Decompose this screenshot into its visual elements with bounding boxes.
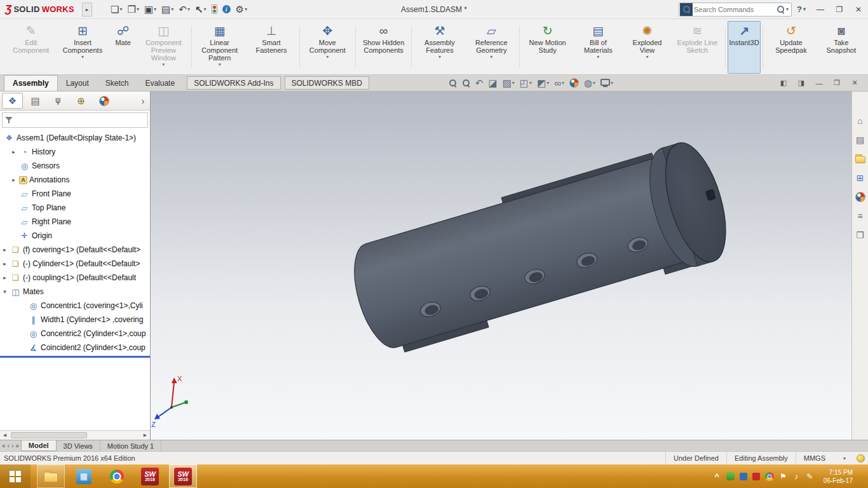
ribbon-button-linear-component-pattern[interactable]: ▦ Linear Component Pattern ▾ [194, 21, 245, 74]
units-selector[interactable]: MMGS▾ [796, 452, 853, 464]
doc-minimize-button[interactable]: — [811, 77, 827, 90]
chevron-down-icon[interactable]: ▾ [597, 55, 599, 60]
pane-left-button[interactable]: ◧ [775, 77, 792, 90]
panel-flyout-button[interactable]: › [138, 96, 148, 106]
doc-close-button[interactable]: ✕ [846, 77, 863, 90]
appearances-scenes-button[interactable] [854, 191, 867, 203]
zoom-to-fit-button[interactable] [449, 79, 457, 87]
first-tab-icon[interactable]: « [2, 442, 6, 449]
tab-solidworks-mbd[interactable]: SOLIDWORKS MBD [285, 76, 369, 90]
display-style-button[interactable]: ◩▾ [537, 78, 549, 89]
menu-expand-button[interactable]: ▸ [82, 3, 92, 17]
tree-item-assem1[interactable]: ❖ Assem1 (Default<Display State-1>) [0, 131, 150, 145]
tab-assembly[interactable]: Assembly [4, 75, 58, 91]
tree-item-history[interactable]: ▸ ◔ History [0, 145, 150, 159]
chevron-down-icon[interactable]: ▾ [219, 62, 221, 67]
chevron-down-icon[interactable]: ▾ [81, 55, 84, 60]
design-library-button[interactable]: ▤ [854, 133, 867, 146]
section-view-button[interactable]: ◪ [488, 78, 497, 89]
assembly-model[interactable] [342, 136, 738, 361]
tab-layout[interactable]: Layout [58, 75, 97, 91]
open-button[interactable]: ❐▾ [125, 3, 140, 17]
help-button[interactable]: ?▾ [797, 4, 806, 14]
chevron-down-icon[interactable]: ▾ [119, 6, 122, 12]
orientation-triad[interactable]: X Z [151, 375, 188, 428]
ribbon-button-smart-fasteners[interactable]: ⊥ Smart Fasteners [245, 21, 297, 74]
tree-item-cylinder[interactable]: ▸ ❑ (-) Cylinder<1> (Default<<Default> [0, 257, 150, 271]
tree-item-top-plane[interactable]: ▱ Top Plane [0, 201, 150, 215]
taskbar-solidworks-2016-active[interactable]: SW2016 [169, 464, 197, 488]
scroll-right-icon[interactable]: ▶ [140, 433, 150, 438]
tree-item-covering[interactable]: ▸ ❑ (f) covering<1> (Default<<Default> [0, 243, 150, 257]
chevron-down-icon[interactable]: ▾ [546, 80, 549, 86]
tree-item-front-plane[interactable]: ▱ Front Plane [0, 187, 150, 201]
action-center-flag-icon[interactable]: ⚑ [779, 472, 787, 481]
maximize-button[interactable]: ❐ [830, 0, 849, 18]
tab-dimxpertmanager[interactable]: ⊕ [71, 93, 92, 109]
search-icon[interactable] [776, 5, 785, 13]
chevron-down-icon[interactable]: ▾ [562, 80, 564, 86]
view-palette-button[interactable]: ⊞ [854, 172, 867, 184]
doc-restore-button[interactable]: ❐ [829, 77, 845, 90]
tab-3d-views[interactable]: 3D Views [57, 440, 100, 451]
chevron-down-icon[interactable]: ▾ [171, 6, 173, 12]
ribbon-button-instant3d[interactable]: ↗ Instant3D [728, 21, 761, 74]
status-orb-icon[interactable] [857, 454, 865, 463]
pen-input-icon[interactable]: ✎ [806, 472, 814, 481]
tray-app-red-icon[interactable] [752, 473, 760, 480]
graphics-viewport[interactable]: X Z [151, 92, 851, 440]
tree-item-sensors[interactable]: ◎ Sensors [0, 159, 150, 173]
ribbon-button-new-motion-study[interactable]: ↻ New Motion Study [522, 21, 573, 74]
ribbon-button-reference-geometry[interactable]: ▱ Reference Geometry ▾ [466, 21, 517, 74]
rebuild-button[interactable] [210, 3, 219, 15]
ribbon-button-insert-components[interactable]: ⊞ Insert Components ▾ [57, 21, 108, 74]
search-input[interactable] [694, 6, 775, 13]
taskbar-solidworks-2016[interactable]: SW2016 [136, 464, 164, 488]
ribbon-button-mate[interactable]: ☍ Mate [109, 21, 138, 74]
ribbon-button-update-speedpak[interactable]: ↺ Update Speedpak [765, 21, 817, 74]
tree-item-mates[interactable]: ▾ ◫ Mates [0, 285, 150, 299]
ribbon-button-take-snapshot[interactable]: ◙ Take Snapshot [817, 21, 865, 74]
ribbon-button-exploded-view[interactable]: ✺ Exploded View ▾ [623, 21, 671, 74]
taskbar-chrome[interactable] [103, 464, 131, 488]
select-button[interactable]: ↖▾ [193, 3, 208, 17]
solidworks-resources-button[interactable]: ⌂ [854, 114, 867, 127]
chevron-down-icon[interactable]: ▾ [529, 80, 532, 86]
prev-tab-icon[interactable]: ‹ [8, 442, 10, 449]
dynamic-annotation-views-button[interactable]: ▨▾ [503, 78, 515, 89]
tree-item-coincident2[interactable]: ∡ Coincident2 (Cylinder<1>,coup [0, 341, 150, 355]
zoom-to-area-button[interactable] [462, 79, 470, 87]
view-orientation-button[interactable]: ◰▾ [520, 78, 532, 89]
view-settings-button[interactable]: ▾ [600, 80, 613, 86]
ribbon-button-show-hidden-components[interactable]: ∞ Show Hidden Components [358, 21, 409, 74]
chevron-down-icon[interactable]: ▾ [490, 55, 492, 60]
start-button[interactable] [0, 464, 31, 488]
tab-model[interactable]: Model [21, 440, 57, 451]
options-button[interactable]: ⚙▾ [234, 3, 249, 17]
tab-solidworks-add-ins[interactable]: SOLIDWORKS Add-Ins [187, 76, 280, 90]
file-properties-button[interactable]: i [220, 4, 233, 15]
new-document-button[interactable]: ❏▾ [109, 3, 124, 17]
chevron-down-icon[interactable]: ▾ [512, 80, 515, 86]
chevron-down-icon[interactable]: ▾ [245, 6, 247, 12]
chrome-tray-icon[interactable] [765, 472, 774, 481]
viewport-canvas[interactable]: X Z [151, 92, 851, 440]
ribbon-button-move-component[interactable]: ✥ Move Component ▾ [302, 21, 353, 74]
volume-icon[interactable]: ♪ [792, 472, 801, 481]
expand-arrow-icon[interactable]: ▸ [1, 274, 8, 281]
minimize-button[interactable]: — [811, 0, 830, 18]
tab-propertymanager[interactable]: ▤ [25, 93, 46, 109]
chevron-down-icon[interactable]: ▾ [137, 6, 139, 12]
collapse-arrow-icon[interactable]: ▾ [1, 288, 8, 295]
edit-appearance-button[interactable] [569, 78, 579, 88]
chevron-down-icon[interactable]: ▾ [203, 6, 206, 12]
next-tab-icon[interactable]: › [11, 442, 13, 449]
pane-right-button[interactable]: ◨ [793, 77, 810, 90]
apply-scene-button[interactable]: ◍▾ [584, 78, 595, 89]
taskbar-file-explorer[interactable] [37, 464, 65, 488]
undo-button[interactable]: ↶▾ [177, 3, 192, 17]
panel-horizontal-scrollbar[interactable]: ◀ ▶ [0, 430, 150, 440]
tree-filter-box[interactable] [2, 112, 148, 128]
scrollbar-thumb[interactable] [11, 432, 87, 438]
tree-item-width1[interactable]: ∥ Width1 (Cylinder<1> ,covering [0, 313, 150, 327]
